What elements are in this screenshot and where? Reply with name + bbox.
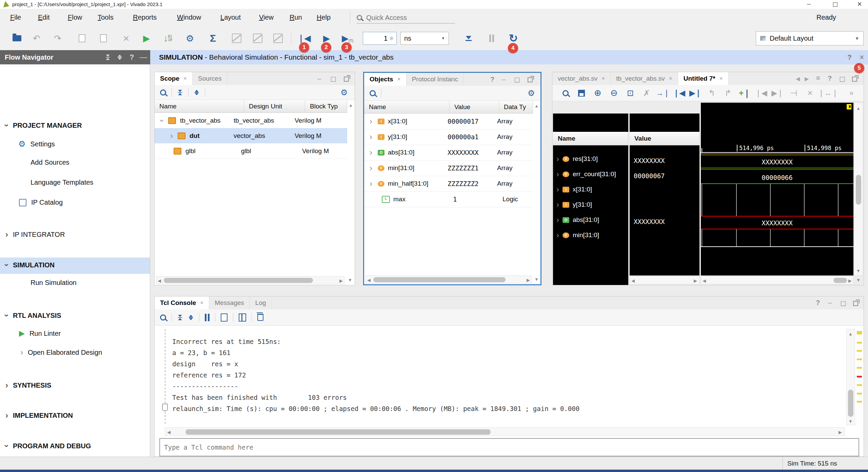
object-row[interactable]: › O abs[31:0] XXXXXXXX Array — [364, 145, 533, 161]
sidebar-section-program-and-debug[interactable]: › PROGRAM AND DEBUG — [5, 442, 91, 450]
search-icon[interactable] — [558, 90, 573, 96]
object-row[interactable]: › V min[31:0] ZZZZZZZ1 Array — [364, 160, 533, 176]
menu-tools[interactable]: Tools — [98, 14, 114, 21]
undo-icon[interactable]: ↶ — [30, 26, 43, 50]
column-header-data-type[interactable]: Data Ty — [499, 101, 533, 114]
chevron-expanded-icon[interactable]: › — [3, 124, 11, 127]
report-sigma-icon[interactable]: Σ — [206, 26, 220, 50]
object-row[interactable]: L max 1 Logic — [364, 191, 533, 207]
wave-canvas[interactable]: 514,996 ps 514,998 ps XXXXXXXX 00000066 … — [701, 103, 853, 275]
chevron-expanded-icon[interactable]: › — [3, 445, 11, 447]
menu-reports[interactable]: Reports — [133, 14, 157, 21]
tab-scope[interactable]: Scope× — [155, 72, 193, 85]
chevron-collapsed-icon[interactable]: › — [556, 201, 559, 209]
tab-scroll-left-icon[interactable]: ◀ — [796, 76, 800, 82]
scroll-down-icon[interactable]: ▼ — [856, 278, 861, 283]
tab-sources[interactable]: Sources — [193, 72, 228, 85]
marker-flag-icon[interactable] — [847, 104, 851, 109]
gear-icon[interactable]: ⚙ — [340, 88, 348, 97]
chevron-collapsed-icon[interactable]: › — [556, 231, 559, 239]
maximize-panel-icon[interactable]: □ — [840, 299, 846, 307]
float-panel-icon[interactable] — [853, 301, 858, 307]
sim-time-field[interactable]: ⊗ — [359, 26, 398, 50]
vertical-scrollbar[interactable]: ▲ ▼ — [846, 329, 855, 425]
help-icon[interactable]: ? — [816, 299, 820, 307]
chevron-collapsed-icon[interactable]: › — [370, 133, 372, 141]
tab-list-icon[interactable]: ≡ — [816, 74, 820, 82]
menu-file[interactable]: File — [10, 14, 21, 21]
close-tab-icon[interactable]: × — [183, 75, 187, 82]
chevron-collapsed-icon[interactable]: › — [170, 132, 173, 140]
horizontal-scrollbar[interactable]: ◀ ▶ — [366, 275, 532, 284]
help-icon[interactable]: ? — [490, 76, 494, 83]
tab-objects[interactable]: Objects× — [364, 73, 407, 86]
table-row-selected[interactable]: › dut vector_abs Verilog M — [155, 128, 347, 143]
tab-vector-abs-sv[interactable]: vector_abs.sv× — [552, 72, 611, 85]
scroll-up-icon[interactable]: ▲ — [534, 103, 539, 108]
help-icon[interactable]: ? — [828, 75, 832, 82]
toggle-line-columns-icon[interactable] — [239, 313, 246, 322]
copy-icon[interactable] — [75, 26, 89, 50]
sidebar-item-open-elaborated-design[interactable]: › Open Elaborated Design — [20, 348, 102, 356]
expand-all-icon[interactable] — [189, 315, 193, 320]
minimize-panel-icon[interactable]: — — [140, 53, 147, 62]
float-panel-icon[interactable] — [852, 77, 857, 83]
help-icon[interactable]: ? — [130, 53, 134, 62]
gear-icon[interactable]: ⚙ — [528, 88, 535, 98]
menu-help[interactable]: Help — [317, 14, 331, 21]
close-icon[interactable]: × — [857, 0, 862, 9]
table-row[interactable]: glbl glbl Verilog M — [155, 143, 347, 159]
goto-time-icon[interactable]: →❘ — [655, 89, 671, 98]
settings-gear-icon[interactable]: ⚙ — [183, 26, 197, 50]
collapse-all-icon[interactable] — [178, 315, 182, 320]
redo-icon[interactable]: ↷ — [51, 26, 64, 50]
tcl-command-input[interactable] — [160, 439, 859, 456]
menu-flow[interactable]: Flow — [68, 14, 82, 21]
object-row[interactable]: › V min_half[31:0] ZZZZZZZ2 Array — [364, 176, 533, 192]
close-view-icon[interactable]: × — [860, 53, 864, 62]
layout-select[interactable]: Default Layout ▼ — [755, 26, 864, 50]
chevron-collapsed-icon[interactable]: › — [556, 155, 559, 163]
step-icon[interactable] — [461, 26, 476, 50]
search-icon[interactable] — [160, 314, 166, 321]
horizontal-scrollbar[interactable]: ◀ ▶ — [165, 427, 845, 436]
vertical-scrollbar[interactable]: ▲ ▼ — [854, 103, 863, 275]
wave-signal-name[interactable]: › V min[31:0] — [556, 231, 629, 239]
sidebar-section-project-manager[interactable]: › PROJECT MANAGER — [5, 121, 82, 129]
close-tab-icon[interactable]: × — [397, 76, 401, 83]
wave-column-header-name[interactable]: Name — [553, 132, 628, 145]
search-icon[interactable] — [370, 90, 376, 96]
copy-output-icon[interactable] — [221, 313, 228, 322]
menu-window[interactable]: Window — [177, 14, 201, 21]
zoom-in-icon[interactable]: ⊕ — [590, 88, 606, 98]
minimize-panel-icon[interactable]: – — [317, 75, 321, 83]
paste-icon[interactable] — [97, 26, 110, 50]
chevron-collapsed-icon[interactable]: › — [556, 170, 559, 178]
chevron-collapsed-icon[interactable]: › — [20, 348, 23, 356]
sidebar-item-run-linter[interactable]: ▶ Run Linter — [19, 329, 61, 338]
horizontal-scrollbar[interactable]: ◀ ▶ — [156, 276, 344, 284]
column-header-design-unit[interactable]: Design Unit — [244, 100, 305, 113]
chevron-collapsed-icon[interactable]: › — [5, 230, 8, 239]
scroll-down-icon[interactable]: ▼ — [348, 278, 352, 283]
clear-console-icon[interactable] — [257, 314, 263, 321]
tab-tb-vector-abs-sv[interactable]: tb_vector_abs.sv× — [611, 72, 678, 85]
chevron-collapsed-icon[interactable]: › — [556, 216, 559, 224]
menu-view[interactable]: View — [259, 14, 274, 21]
sidebar-section-rtl-analysis[interactable]: › RTL ANALYSIS — [5, 311, 61, 320]
tab-scroll-right-icon[interactable]: ▶ — [805, 76, 809, 82]
minimize-panel-icon[interactable]: – — [828, 299, 832, 307]
tab-untitled-7[interactable]: Untitled 7*× — [678, 72, 729, 85]
scroll-up-icon[interactable]: ▲ — [349, 103, 353, 108]
wave-signal-name[interactable]: › I x[31:0] — [556, 185, 629, 193]
chevron-expanded-icon[interactable]: › — [3, 264, 11, 266]
tab-log[interactable]: Log — [250, 296, 272, 309]
wave-signal-name[interactable]: › V res[31:0] — [556, 155, 629, 163]
menu-edit[interactable]: Edit — [38, 14, 50, 21]
wave-signal-name[interactable]: › I y[31:0] — [556, 201, 629, 209]
zoom-fit-icon[interactable]: ⊡ — [622, 88, 638, 98]
quick-access[interactable] — [357, 12, 455, 24]
maximize-panel-icon[interactable]: □ — [330, 75, 336, 82]
wave-signal-name[interactable]: › V err_count[31:0] — [556, 170, 629, 178]
chevron-expanded-icon[interactable]: › — [158, 119, 166, 122]
